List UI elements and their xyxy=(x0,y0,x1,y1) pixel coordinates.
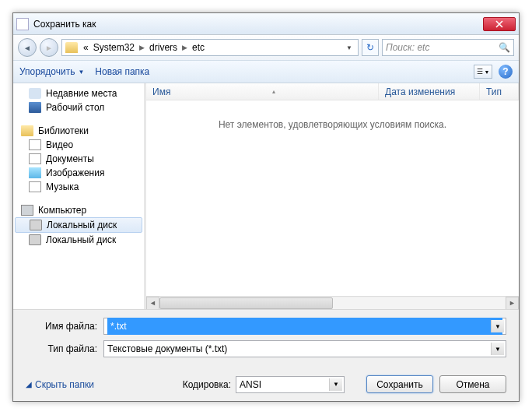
dialog-body: Недавние места Рабочий стол Библиотеки В… xyxy=(13,83,519,310)
empty-message: Нет элементов, удовлетворяющих условиям … xyxy=(219,119,446,130)
column-type[interactable]: Тип xyxy=(480,83,519,100)
arrow-left-icon: ◄ xyxy=(23,44,31,52)
recent-icon xyxy=(29,88,41,99)
tree-item-disk-c[interactable]: Локальный диск xyxy=(15,217,142,233)
computer-icon xyxy=(21,205,33,216)
scroll-left-button[interactable]: ◄ xyxy=(146,297,159,310)
music-icon xyxy=(29,181,41,192)
view-options-button[interactable]: ☰▼ xyxy=(474,65,492,79)
search-input[interactable]: Поиск: etc 🔍 xyxy=(382,39,514,56)
encoding-value: ANSI xyxy=(240,379,261,390)
save-as-dialog: Сохранить как ◄ ► « System32 ▶ drivers ▶… xyxy=(12,12,520,402)
images-icon xyxy=(29,167,41,178)
dropdown-icon[interactable]: ▼ xyxy=(344,44,355,51)
tree-item-disk-d[interactable]: Локальный диск xyxy=(13,233,144,247)
close-button[interactable] xyxy=(483,17,516,31)
disk-icon xyxy=(30,220,42,230)
arrow-right-icon: ► xyxy=(45,44,53,52)
tree-item-libraries[interactable]: Библиотеки xyxy=(13,124,144,138)
nav-tree[interactable]: Недавние места Рабочий стол Библиотеки В… xyxy=(13,83,144,309)
cancel-button[interactable]: Отмена xyxy=(439,375,506,393)
filetype-select[interactable]: Текстовые документы (*.txt) ▼ xyxy=(103,340,506,357)
folder-icon xyxy=(65,42,78,53)
organize-button[interactable]: Упорядочить ▼ xyxy=(19,66,84,77)
filetype-label: Тип файла: xyxy=(26,343,103,354)
view-icon: ☰ xyxy=(477,68,483,76)
chevron-right-icon: ▶ xyxy=(137,44,147,51)
help-icon: ? xyxy=(502,66,508,77)
desktop-icon xyxy=(29,102,41,113)
dropdown-icon[interactable]: ▼ xyxy=(491,343,504,355)
tree-item-recent[interactable]: Недавние места xyxy=(13,86,144,100)
hide-folders-link[interactable]: ◢ Скрыть папки xyxy=(26,379,94,390)
collapse-icon: ◢ xyxy=(26,380,32,389)
file-list: Имя▴ Дата изменения Тип Нет элементов, у… xyxy=(146,83,519,309)
breadcrumb-sep: « xyxy=(81,42,91,53)
chevron-down-icon: ▼ xyxy=(78,69,84,76)
breadcrumb-item[interactable]: System32 xyxy=(91,42,137,53)
tree-item-video[interactable]: Видео xyxy=(13,138,144,152)
bottom-bar: ◢ Скрыть папки Кодировка: ANSI ▼ Сохрани… xyxy=(13,371,519,401)
nav-bar: ◄ ► « System32 ▶ drivers ▶ etc ▼ ↻ Поиск… xyxy=(13,35,519,60)
sort-up-icon: ▴ xyxy=(272,88,275,95)
tree-item-computer[interactable]: Компьютер xyxy=(13,203,144,217)
toolbar: Упорядочить ▼ Новая папка ☰▼ ? xyxy=(13,60,519,83)
refresh-icon: ↻ xyxy=(366,42,374,53)
disk-icon xyxy=(29,234,41,245)
column-date[interactable]: Дата изменения xyxy=(379,83,480,100)
app-icon xyxy=(16,18,29,30)
breadcrumb-item[interactable]: etc xyxy=(190,42,207,53)
dropdown-icon[interactable]: ▼ xyxy=(491,320,504,332)
filename-label: Имя файла: xyxy=(26,321,103,332)
breadcrumb-item[interactable]: drivers xyxy=(147,42,180,53)
help-button[interactable]: ? xyxy=(499,65,513,79)
libraries-icon xyxy=(21,125,33,136)
dropdown-icon[interactable]: ▼ xyxy=(329,378,342,391)
tree-item-desktop[interactable]: Рабочий стол xyxy=(13,100,144,114)
titlebar: Сохранить как xyxy=(13,13,519,35)
back-button[interactable]: ◄ xyxy=(18,38,37,57)
footer: Имя файла: ▼ Тип файла: Текстовые докуме… xyxy=(13,310,519,371)
tree-item-documents[interactable]: Документы xyxy=(13,152,144,166)
encoding-select[interactable]: ANSI ▼ xyxy=(236,376,345,393)
list-header: Имя▴ Дата изменения Тип xyxy=(146,83,519,100)
forward-button[interactable]: ► xyxy=(40,38,58,57)
tree-item-music[interactable]: Музыка xyxy=(13,180,144,194)
search-placeholder: Поиск: etc xyxy=(386,42,429,53)
filename-field[interactable] xyxy=(107,318,502,335)
chevron-right-icon: ▶ xyxy=(180,44,190,51)
document-icon xyxy=(29,153,41,164)
search-icon: 🔍 xyxy=(499,42,510,53)
new-folder-button[interactable]: Новая папка xyxy=(95,66,149,77)
scroll-thumb[interactable] xyxy=(159,297,333,309)
tree-item-images[interactable]: Изображения xyxy=(13,166,144,180)
column-name[interactable]: Имя▴ xyxy=(146,83,379,100)
window-title: Сохранить как xyxy=(33,19,483,30)
video-icon xyxy=(29,139,41,150)
list-content: Нет элементов, удовлетворяющих условиям … xyxy=(146,100,519,296)
filename-input[interactable]: ▼ xyxy=(103,318,506,335)
encoding-label: Кодировка: xyxy=(183,379,231,390)
scroll-right-button[interactable]: ► xyxy=(506,297,519,310)
horizontal-scrollbar[interactable]: ◄ ► xyxy=(146,296,519,309)
refresh-button[interactable]: ↻ xyxy=(362,39,379,56)
address-bar[interactable]: « System32 ▶ drivers ▶ etc ▼ xyxy=(61,39,359,56)
save-button[interactable]: Сохранить xyxy=(366,375,433,393)
filetype-value: Текстовые документы (*.txt) xyxy=(107,343,227,354)
